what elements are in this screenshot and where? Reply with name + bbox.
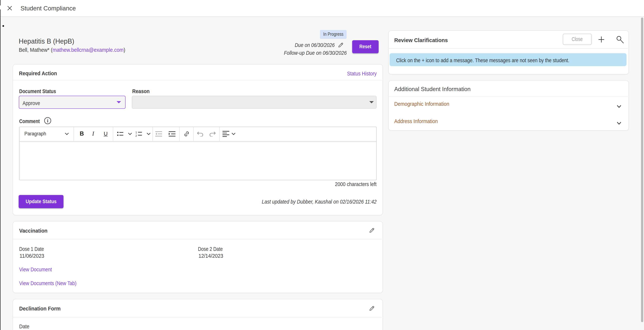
svg-text:i: i: [47, 118, 48, 123]
svg-text:1: 1: [136, 131, 137, 134]
svg-text:2: 2: [136, 134, 137, 137]
